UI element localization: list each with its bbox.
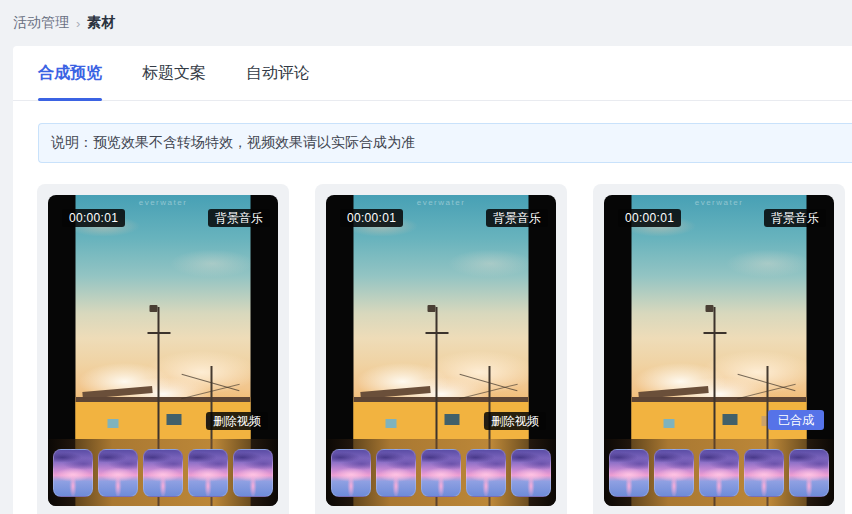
frame-thumbnail[interactable] [789, 449, 829, 497]
watermark: everwater [48, 198, 278, 207]
watermark: everwater [604, 198, 834, 207]
delete-video-button[interactable]: 删除视频 [484, 412, 546, 430]
frame-thumbnail[interactable] [188, 449, 228, 497]
filmstrip [326, 449, 556, 497]
background-music-badge[interactable]: 背景音乐 [764, 209, 826, 227]
frame-thumbnail[interactable] [699, 449, 739, 497]
tab-bar: 合成预览 标题文案 自动评论 [13, 46, 852, 101]
frame-thumbnail[interactable] [53, 449, 93, 497]
tab-composite-preview[interactable]: 合成预览 [38, 46, 102, 100]
frame-thumbnail[interactable] [466, 449, 506, 497]
video-player[interactable]: everwater 00:00:01 背景音乐 删除视频 [326, 195, 556, 506]
frame-thumbnail[interactable] [331, 449, 371, 497]
frame-thumbnail[interactable] [744, 449, 784, 497]
video-preview-card: everwater 00:00:01 背景音乐 已合成 [593, 184, 845, 514]
tab-title-copy[interactable]: 标题文案 [142, 46, 206, 100]
video-player[interactable]: everwater 00:00:01 背景音乐 删除视频 [48, 195, 278, 506]
video-preview-card: everwater 00:00:01 背景音乐 删除视频 [37, 184, 289, 514]
video-preview-card: everwater 00:00:01 背景音乐 删除视频 [315, 184, 567, 514]
video-time-badge: 00:00:01 [618, 209, 681, 227]
watermark: everwater [326, 198, 556, 207]
video-time-badge: 00:00:01 [62, 209, 125, 227]
notice-text: 说明：预览效果不含转场特效，视频效果请以实际合成为准 [51, 134, 415, 152]
delete-video-button[interactable]: 删除视频 [206, 412, 268, 430]
frame-thumbnail[interactable] [511, 449, 551, 497]
frame-thumbnail[interactable] [143, 449, 183, 497]
notice-banner: 说明：预览效果不含转场特效，视频效果请以实际合成为准 [38, 123, 852, 163]
tab-auto-comment[interactable]: 自动评论 [246, 46, 310, 100]
breadcrumb: 活动管理 › 素材 [0, 0, 852, 46]
synthesized-badge: 已合成 [768, 410, 824, 430]
background-music-badge[interactable]: 背景音乐 [208, 209, 270, 227]
frame-thumbnail[interactable] [421, 449, 461, 497]
frame-thumbnail[interactable] [609, 449, 649, 497]
video-player[interactable]: everwater 00:00:01 背景音乐 已合成 [604, 195, 834, 506]
frame-thumbnail[interactable] [233, 449, 273, 497]
frame-thumbnail[interactable] [98, 449, 138, 497]
frame-thumbnail[interactable] [654, 449, 694, 497]
filmstrip [48, 449, 278, 497]
filmstrip [604, 449, 834, 497]
background-music-badge[interactable]: 背景音乐 [486, 209, 548, 227]
content-panel: 合成预览 标题文案 自动评论 说明：预览效果不含转场特效，视频效果请以实际合成为… [13, 46, 852, 514]
breadcrumb-material: 素材 [87, 14, 115, 32]
preview-card-list: everwater 00:00:01 背景音乐 删除视频 eve [37, 184, 852, 514]
breadcrumb-separator-icon: › [76, 16, 80, 31]
video-time-badge: 00:00:01 [340, 209, 403, 227]
frame-thumbnail[interactable] [376, 449, 416, 497]
breadcrumb-activity-management[interactable]: 活动管理 [13, 14, 69, 32]
